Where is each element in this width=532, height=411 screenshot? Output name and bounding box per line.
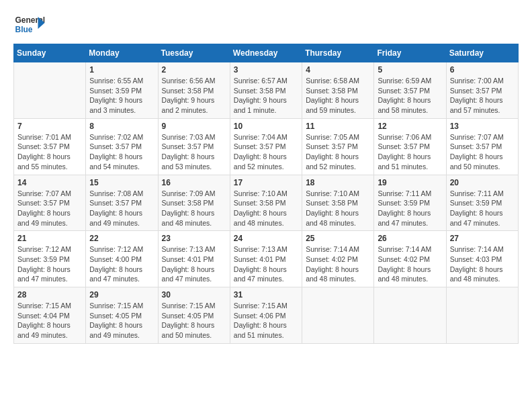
weekday-header-thursday: Thursday [302, 44, 374, 62]
day-info: Sunrise: 7:15 AM Sunset: 4:05 PM Dayligh… [89, 301, 154, 340]
day-number: 3 [234, 65, 298, 75]
day-number: 26 [378, 234, 442, 243]
day-number: 15 [89, 178, 154, 187]
day-info: Sunrise: 6:57 AM Sunset: 3:58 PM Dayligh… [234, 76, 298, 116]
calendar-cell: 9Sunrise: 7:03 AM Sunset: 3:57 PM Daylig… [158, 118, 230, 175]
day-number: 5 [378, 65, 442, 75]
day-number: 22 [89, 234, 154, 243]
calendar-cell [14, 62, 86, 119]
calendar-cell: 14Sunrise: 7:07 AM Sunset: 3:57 PM Dayli… [14, 175, 86, 231]
calendar-cell: 23Sunrise: 7:13 AM Sunset: 4:01 PM Dayli… [158, 231, 230, 287]
day-number: 28 [17, 290, 82, 300]
day-info: Sunrise: 6:58 AM Sunset: 3:58 PM Dayligh… [306, 76, 370, 116]
calendar-cell [374, 287, 446, 344]
day-info: Sunrise: 7:15 AM Sunset: 4:04 PM Dayligh… [17, 301, 82, 340]
day-number: 16 [162, 178, 226, 187]
day-info: Sunrise: 6:55 AM Sunset: 3:59 PM Dayligh… [89, 76, 154, 116]
day-info: Sunrise: 7:07 AM Sunset: 3:57 PM Dayligh… [17, 189, 82, 228]
day-info: Sunrise: 7:01 AM Sunset: 3:57 PM Dayligh… [17, 132, 82, 172]
day-number: 20 [450, 178, 515, 187]
day-number: 13 [450, 122, 515, 131]
calendar-cell: 7Sunrise: 7:01 AM Sunset: 3:57 PM Daylig… [14, 118, 86, 175]
calendar-cell: 4Sunrise: 6:58 AM Sunset: 3:58 PM Daylig… [302, 62, 374, 119]
calendar-cell: 17Sunrise: 7:10 AM Sunset: 3:58 PM Dayli… [230, 175, 302, 231]
day-number: 24 [234, 234, 298, 243]
weekday-header-wednesday: Wednesday [230, 44, 302, 62]
day-info: Sunrise: 7:07 AM Sunset: 3:57 PM Dayligh… [450, 132, 515, 172]
day-info: Sunrise: 7:14 AM Sunset: 4:02 PM Dayligh… [306, 244, 370, 284]
week-row-1: 1Sunrise: 6:55 AM Sunset: 3:59 PM Daylig… [14, 62, 519, 119]
calendar-cell: 20Sunrise: 7:11 AM Sunset: 3:59 PM Dayli… [446, 175, 518, 231]
day-info: Sunrise: 7:09 AM Sunset: 3:58 PM Dayligh… [162, 189, 226, 228]
calendar-cell: 18Sunrise: 7:10 AM Sunset: 3:58 PM Dayli… [302, 175, 374, 231]
day-info: Sunrise: 7:03 AM Sunset: 3:57 PM Dayligh… [162, 132, 226, 172]
day-info: Sunrise: 7:11 AM Sunset: 3:59 PM Dayligh… [450, 189, 515, 228]
weekday-header-tuesday: Tuesday [158, 44, 230, 62]
day-info: Sunrise: 7:02 AM Sunset: 3:57 PM Dayligh… [89, 132, 154, 172]
calendar-cell: 2Sunrise: 6:56 AM Sunset: 3:58 PM Daylig… [158, 62, 230, 119]
day-info: Sunrise: 7:15 AM Sunset: 4:05 PM Dayligh… [162, 301, 226, 340]
calendar-cell: 31Sunrise: 7:15 AM Sunset: 4:06 PM Dayli… [230, 287, 302, 344]
day-number: 18 [306, 178, 370, 187]
calendar-cell: 11Sunrise: 7:05 AM Sunset: 3:57 PM Dayli… [302, 118, 374, 175]
day-number: 30 [162, 290, 226, 300]
day-number: 2 [162, 65, 226, 75]
day-info: Sunrise: 7:11 AM Sunset: 3:59 PM Dayligh… [378, 189, 442, 228]
calendar-cell: 24Sunrise: 7:13 AM Sunset: 4:01 PM Dayli… [230, 231, 302, 287]
day-info: Sunrise: 7:10 AM Sunset: 3:58 PM Dayligh… [234, 189, 298, 228]
weekday-header-row: SundayMondayTuesdayWednesdayThursdayFrid… [14, 44, 519, 62]
day-info: Sunrise: 7:12 AM Sunset: 4:00 PM Dayligh… [89, 244, 154, 284]
day-number: 23 [162, 234, 226, 243]
week-row-4: 21Sunrise: 7:12 AM Sunset: 3:59 PM Dayli… [14, 231, 519, 287]
day-number: 27 [450, 234, 515, 243]
weekday-header-saturday: Saturday [446, 44, 518, 62]
calendar-cell [302, 287, 374, 344]
calendar-cell: 15Sunrise: 7:08 AM Sunset: 3:57 PM Dayli… [86, 175, 158, 231]
weekday-header-monday: Monday [86, 44, 158, 62]
calendar-cell: 16Sunrise: 7:09 AM Sunset: 3:58 PM Dayli… [158, 175, 230, 231]
day-number: 1 [89, 65, 154, 75]
day-info: Sunrise: 7:04 AM Sunset: 3:57 PM Dayligh… [234, 132, 298, 172]
day-number: 7 [17, 122, 82, 131]
day-number: 6 [450, 65, 515, 75]
day-info: Sunrise: 7:13 AM Sunset: 4:01 PM Dayligh… [162, 244, 226, 284]
calendar-cell: 22Sunrise: 7:12 AM Sunset: 4:00 PM Dayli… [86, 231, 158, 287]
day-info: Sunrise: 7:12 AM Sunset: 3:59 PM Dayligh… [17, 244, 82, 284]
calendar-cell: 19Sunrise: 7:11 AM Sunset: 3:59 PM Dayli… [374, 175, 446, 231]
day-number: 29 [89, 290, 154, 300]
calendar-cell: 5Sunrise: 6:59 AM Sunset: 3:57 PM Daylig… [374, 62, 446, 119]
week-row-3: 14Sunrise: 7:07 AM Sunset: 3:57 PM Dayli… [14, 175, 519, 231]
day-info: Sunrise: 7:05 AM Sunset: 3:57 PM Dayligh… [306, 132, 370, 172]
calendar-cell: 8Sunrise: 7:02 AM Sunset: 3:57 PM Daylig… [86, 118, 158, 175]
weekday-header-friday: Friday [374, 44, 446, 62]
calendar-cell [446, 287, 518, 344]
calendar-cell: 26Sunrise: 7:14 AM Sunset: 4:02 PM Dayli… [374, 231, 446, 287]
svg-text:Blue: Blue [15, 25, 33, 34]
calendar-cell: 27Sunrise: 7:14 AM Sunset: 4:03 PM Dayli… [446, 231, 518, 287]
day-info: Sunrise: 7:10 AM Sunset: 3:58 PM Dayligh… [306, 189, 370, 228]
day-info: Sunrise: 7:13 AM Sunset: 4:01 PM Dayligh… [234, 244, 298, 284]
day-number: 10 [234, 122, 298, 131]
day-number: 8 [89, 122, 154, 131]
day-info: Sunrise: 6:56 AM Sunset: 3:58 PM Dayligh… [162, 76, 226, 116]
calendar-cell: 21Sunrise: 7:12 AM Sunset: 3:59 PM Dayli… [14, 231, 86, 287]
day-info: Sunrise: 7:14 AM Sunset: 4:03 PM Dayligh… [450, 244, 515, 284]
day-info: Sunrise: 7:15 AM Sunset: 4:06 PM Dayligh… [234, 301, 298, 340]
day-info: Sunrise: 7:00 AM Sunset: 3:57 PM Dayligh… [450, 76, 515, 116]
calendar-cell: 1Sunrise: 6:55 AM Sunset: 3:59 PM Daylig… [86, 62, 158, 119]
day-number: 14 [17, 178, 82, 187]
week-row-2: 7Sunrise: 7:01 AM Sunset: 3:57 PM Daylig… [14, 118, 519, 175]
calendar-cell: 3Sunrise: 6:57 AM Sunset: 3:58 PM Daylig… [230, 62, 302, 119]
day-number: 12 [378, 122, 442, 131]
calendar-cell: 10Sunrise: 7:04 AM Sunset: 3:57 PM Dayli… [230, 118, 302, 175]
day-info: Sunrise: 7:08 AM Sunset: 3:57 PM Dayligh… [89, 189, 154, 228]
logo-icon: General Blue [13, 13, 50, 37]
day-info: Sunrise: 7:14 AM Sunset: 4:02 PM Dayligh… [378, 244, 442, 284]
calendar-cell: 13Sunrise: 7:07 AM Sunset: 3:57 PM Dayli… [446, 118, 518, 175]
day-number: 9 [162, 122, 226, 131]
week-row-5: 28Sunrise: 7:15 AM Sunset: 4:04 PM Dayli… [14, 287, 519, 344]
calendar-cell: 6Sunrise: 7:00 AM Sunset: 3:57 PM Daylig… [446, 62, 518, 119]
calendar-cell: 25Sunrise: 7:14 AM Sunset: 4:02 PM Dayli… [302, 231, 374, 287]
day-info: Sunrise: 7:06 AM Sunset: 3:57 PM Dayligh… [378, 132, 442, 172]
day-number: 19 [378, 178, 442, 187]
